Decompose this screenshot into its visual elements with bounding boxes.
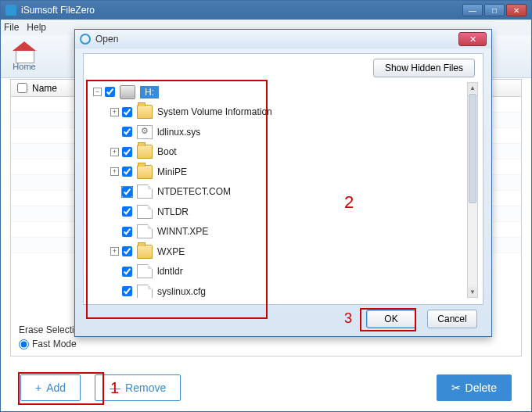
tree-label: ldntldr (157, 266, 183, 277)
folder-icon (137, 245, 153, 259)
file-icon (137, 264, 153, 278)
menu-help[interactable]: Help (27, 22, 46, 33)
scroll-down-icon[interactable]: ▼ (468, 287, 477, 297)
dialog-titlebar: Open ✕ (75, 30, 491, 48)
expander-icon[interactable]: − (93, 88, 102, 96)
tree-node[interactable]: +Boot (90, 142, 466, 163)
delete-button[interactable]: ✂ Delete (437, 374, 512, 401)
tree-label: NTLDR (157, 206, 189, 217)
maximize-button[interactable]: □ (484, 4, 505, 16)
tree-checkbox[interactable] (122, 107, 132, 117)
tree-checkbox[interactable] (122, 206, 132, 217)
minimize-button[interactable]: — (462, 4, 483, 16)
tree-checkbox[interactable] (122, 187, 132, 197)
close-button[interactable]: ✕ (506, 4, 527, 16)
column-name: Name (32, 83, 57, 94)
delete-label: Delete (466, 382, 497, 394)
dialog-buttons: OK Cancel (366, 310, 477, 328)
fast-mode-row[interactable]: Fast Mode (19, 339, 77, 349)
annotation-1: 1 (110, 379, 119, 397)
tree-checkbox[interactable] (122, 147, 132, 157)
add-button[interactable]: + Add (20, 374, 81, 401)
tree-label: System Volume Information (157, 106, 272, 117)
tree-label-root: H: (140, 86, 159, 99)
tree-checkbox[interactable] (122, 246, 132, 256)
tree-label: WXPE (157, 246, 185, 257)
expander-icon[interactable]: + (110, 148, 119, 156)
fast-mode-label: Fast Mode (32, 339, 77, 349)
tree-label: Boot (157, 146, 177, 157)
tree-label: MiniPE (157, 167, 187, 177)
home-button[interactable]: Home (13, 41, 36, 71)
main-window: iSumsoft FileZero — □ ✕ File Help Home N… (0, 0, 532, 412)
open-dialog: Open ✕ Show Hidden Files − H: +System Vo… (74, 29, 492, 337)
select-all-checkbox[interactable] (17, 83, 27, 93)
annotation-2: 2 (344, 192, 354, 213)
tree-node[interactable]: WINNT.XPE (90, 222, 466, 242)
file-tree: − H: +System Volume Informationldlinux.s… (90, 82, 466, 298)
file-icon (137, 205, 153, 219)
tree-checkbox[interactable] (122, 167, 132, 177)
file-icon (137, 285, 153, 298)
tree-checkbox[interactable] (122, 267, 132, 277)
tree-node[interactable]: +MiniPE (90, 162, 466, 182)
expander-icon[interactable]: + (110, 167, 119, 176)
shred-icon: ✂ (451, 382, 461, 394)
tree-node[interactable]: +System Volume Information (90, 102, 466, 123)
tree-checkbox[interactable] (105, 87, 115, 97)
scroll-thumb[interactable] (469, 94, 476, 203)
dialog-title: Open (95, 34, 118, 45)
annotation-3: 3 (344, 310, 352, 327)
cancel-button[interactable]: Cancel (427, 310, 477, 328)
fast-mode-radio[interactable] (19, 339, 29, 349)
folder-icon (137, 165, 153, 179)
tree-label: WINNT.XPE (157, 226, 208, 237)
dialog-close-button[interactable]: ✕ (458, 32, 487, 46)
folder-icon (137, 145, 153, 159)
show-hidden-files-button[interactable]: Show Hidden Files (373, 59, 475, 77)
tree-node[interactable]: NTLDR (90, 202, 466, 222)
app-icon (5, 5, 16, 16)
tree-node[interactable]: ldntldr (90, 262, 466, 282)
tree-node[interactable]: syslinux.cfg (90, 281, 466, 298)
add-label: Add (46, 382, 66, 394)
tree-checkbox[interactable] (122, 286, 132, 296)
main-titlebar: iSumsoft FileZero — □ ✕ (1, 1, 531, 20)
dialog-body: Show Hidden Files − H: +System Volume In… (83, 53, 483, 305)
file-icon (137, 185, 153, 199)
menu-file[interactable]: File (4, 22, 19, 33)
tree-label: syslinux.cfg (157, 286, 206, 297)
tree-node[interactable]: ldlinux.sys (90, 122, 466, 142)
app-title: iSumsoft FileZero (21, 5, 95, 16)
scroll-up-icon[interactable]: ▲ (468, 83, 477, 93)
remove-button[interactable]: — Remove (95, 374, 181, 401)
remove-label: Remove (125, 382, 166, 394)
tree-node[interactable]: NTDETECT.COM (90, 182, 466, 202)
file-icon (137, 224, 153, 238)
tree-checkbox[interactable] (122, 227, 132, 237)
tree-label: NTDETECT.COM (157, 186, 231, 197)
expander-icon[interactable]: + (110, 247, 119, 256)
drive-icon (120, 85, 135, 99)
folder-icon (137, 105, 153, 119)
tree-node[interactable]: +WXPE (90, 242, 466, 262)
footer: + Add — Remove ✂ Delete (20, 374, 512, 402)
plus-icon: + (35, 382, 41, 394)
tree-checkbox[interactable] (122, 127, 132, 137)
tree-node-root[interactable]: − H: (90, 82, 466, 102)
ok-button[interactable]: OK (366, 310, 416, 328)
expander-icon[interactable]: + (110, 108, 119, 116)
sys-icon (137, 125, 153, 139)
tree-label: ldlinux.sys (157, 127, 200, 138)
dialog-icon (80, 34, 91, 45)
tree-scrollbar[interactable]: ▲ ▼ (467, 82, 478, 298)
home-icon (13, 41, 36, 62)
